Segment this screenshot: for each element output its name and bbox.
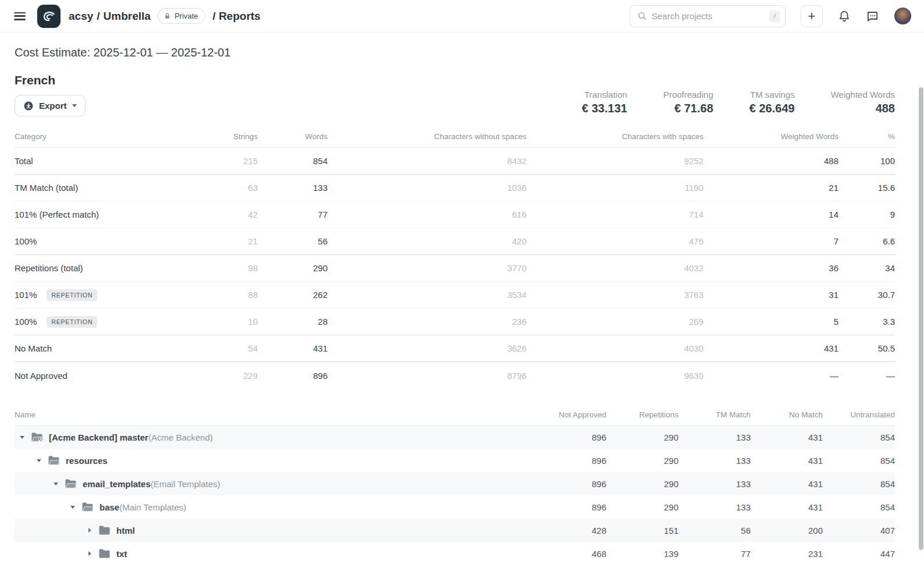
stat-block: Weighted Words 488	[831, 90, 895, 115]
search-box[interactable]: /	[630, 5, 786, 27]
privacy-badge-label: Private	[175, 12, 198, 20]
strings-value: 215	[200, 156, 258, 166]
messages-button[interactable]	[866, 9, 879, 23]
no-match-value: 431	[751, 502, 823, 512]
file-name: [Acme Backend] master	[49, 432, 148, 442]
no-match-value: 200	[751, 526, 823, 535]
col-header-name: Name	[15, 410, 534, 419]
notifications-button[interactable]	[838, 10, 851, 23]
col-header-not-approved: Not Approved	[534, 410, 606, 419]
file-name: html	[116, 526, 135, 535]
stat-label: Proofreading	[663, 90, 713, 100]
not-approved-value: 896	[534, 479, 606, 489]
tree-expander-icon[interactable]	[53, 483, 59, 485]
file-name: resources	[66, 456, 108, 466]
breadcrumb-org[interactable]: acsy	[69, 10, 93, 23]
tree-expander-icon[interactable]	[87, 551, 93, 556]
repetitions-value: 290	[606, 502, 678, 512]
not-approved-value: 896	[534, 432, 606, 442]
words-value: 896	[258, 371, 328, 381]
search-input[interactable]	[652, 11, 765, 21]
no-match-value: 431	[751, 479, 823, 489]
tm-match-value: 56	[678, 526, 751, 535]
breadcrumb-project[interactable]: Umbrella	[104, 10, 151, 23]
percent-value: 30.7	[838, 290, 895, 300]
tm-match-value: 77	[678, 549, 751, 559]
words-value: 854	[258, 156, 328, 166]
repetition-badge: REPETITION	[47, 289, 97, 301]
col-header-repetitions: Repetitions	[606, 410, 678, 419]
not-approved-value: 468	[534, 549, 606, 559]
tm-match-value: 133	[678, 432, 751, 442]
chat-icon	[866, 9, 879, 23]
file-breakdown-table: Name Not Approved Repetitions TM Match N…	[15, 405, 895, 564]
file-tree-row[interactable]: txt 468 139 77 231 447	[15, 542, 895, 564]
weighted-words-value: 488	[703, 156, 838, 166]
untranslated-value: 407	[823, 526, 895, 535]
file-tree-row[interactable]: base(Main Templates) 896 290 133 431 854	[15, 495, 895, 519]
user-avatar[interactable]	[894, 8, 911, 24]
file-title-suffix: (Email Templates)	[151, 479, 221, 489]
not-approved-value: 896	[534, 456, 606, 466]
category-label: Not Approved	[15, 371, 67, 381]
tm-match-value: 133	[678, 502, 751, 512]
app-logo[interactable]	[37, 5, 61, 28]
folder-icon	[31, 432, 43, 442]
stat-label: Weighted Words	[831, 90, 895, 100]
top-navigation-bar: acsy / Umbrella Private / Reports / +	[0, 0, 924, 33]
vertical-scrollbar[interactable]	[919, 87, 923, 550]
file-tree-row[interactable]: html 428 151 56 200 407	[15, 519, 895, 542]
untranslated-value: 854	[823, 432, 895, 442]
report-page: Cost Estimate: 2025-12-01 — 2025-12-01 F…	[0, 46, 924, 564]
percent-value: 100	[838, 156, 895, 166]
col-header-words: Words	[258, 132, 328, 141]
weighted-words-value: 7	[703, 236, 838, 246]
chevron-down-icon	[72, 104, 77, 107]
export-button[interactable]: Export	[15, 95, 86, 116]
chars-with-spaces-value: 4030	[527, 343, 703, 353]
weighted-words-value: 14	[703, 210, 838, 219]
untranslated-value: 447	[823, 549, 895, 559]
tree-expander-icon[interactable]	[19, 436, 25, 439]
no-match-value: 231	[751, 549, 823, 559]
chars-without-spaces-value: 1036	[328, 183, 527, 193]
table-row: Total 215 854 8432 9252 488 100	[15, 148, 895, 175]
col-header-chars-with-spaces: Characters with spaces	[527, 132, 703, 141]
download-icon	[23, 101, 34, 111]
weighted-words-value: 21	[703, 183, 838, 193]
words-value: 77	[258, 210, 328, 219]
folder-icon	[48, 455, 60, 466]
stat-block: TM savings € 26.649	[749, 90, 795, 115]
repetition-badge: REPETITION	[47, 316, 97, 328]
file-tree-row[interactable]: resources 896 290 133 431 854	[15, 449, 895, 472]
create-project-button[interactable]: +	[801, 5, 823, 27]
stat-block: Proofreading € 71.68	[663, 90, 713, 115]
chars-with-spaces-value: 4032	[527, 263, 703, 273]
no-match-value: 431	[751, 432, 823, 442]
file-name: txt	[116, 549, 127, 559]
topbar-actions: / +	[630, 5, 911, 27]
tree-expander-icon[interactable]	[36, 459, 42, 462]
file-tree-row[interactable]: email_templates(Email Templates) 896 290…	[15, 472, 895, 495]
chars-without-spaces-value: 3626	[328, 343, 527, 353]
folder-icon	[98, 525, 111, 535]
file-tree-row[interactable]: [Acme Backend] master(Acme Backend) 896 …	[15, 425, 895, 449]
search-shortcut-key: /	[769, 10, 780, 22]
repetitions-value: 151	[606, 526, 678, 535]
chars-with-spaces-value: 9252	[527, 156, 703, 166]
table-row: No Match 54 431 3626 4030 431 50.5	[15, 335, 895, 362]
brand-swirl-icon	[41, 9, 56, 24]
stat-label: Translation	[582, 90, 627, 100]
tree-expander-icon[interactable]	[70, 506, 76, 509]
tm-match-value: 133	[678, 479, 751, 489]
stat-value: € 71.68	[663, 102, 713, 115]
hamburger-menu-icon[interactable]	[14, 12, 26, 20]
search-icon	[637, 11, 647, 21]
file-title-suffix: (Main Templates)	[119, 502, 186, 512]
chars-without-spaces-value: 420	[328, 236, 527, 246]
table-row: 100% REPETITION 10 28 236 269 5 3.3	[15, 308, 895, 335]
words-value: 290	[258, 263, 328, 273]
tree-expander-icon[interactable]	[87, 528, 93, 533]
repetitions-value: 139	[606, 549, 678, 559]
strings-value: 63	[200, 183, 258, 193]
